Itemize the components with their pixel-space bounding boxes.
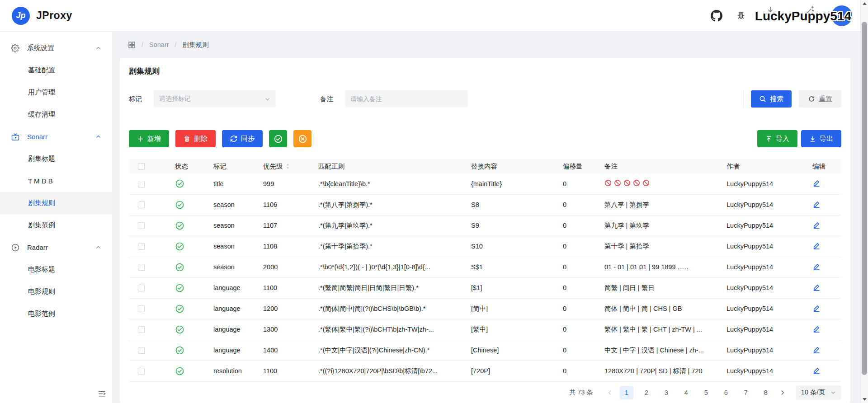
author-cell: LuckyPuppy514 — [721, 298, 807, 319]
row-checkbox[interactable] — [138, 181, 145, 187]
edit-icon[interactable] — [812, 179, 821, 187]
breadcrumb: / Sonarr / 剧集规则 — [113, 32, 860, 58]
next-page-icon[interactable] — [776, 389, 789, 396]
page-button-2[interactable]: 2 — [640, 386, 653, 399]
priority-cell: 999 — [258, 173, 313, 194]
toolbar: 新增 删除 同步 — [129, 130, 841, 147]
edit-icon[interactable] — [812, 346, 821, 354]
page-button-6[interactable]: 6 — [719, 386, 733, 399]
app-title: JProxy — [36, 9, 72, 22]
edit-icon[interactable] — [812, 304, 821, 312]
export-button[interactable]: 导出 — [801, 130, 841, 147]
github-icon[interactable] — [711, 10, 722, 22]
breadcrumb-item-sonarr[interactable]: Sonarr — [149, 41, 169, 48]
remark-input[interactable] — [345, 90, 468, 108]
sidebar-item-user-management[interactable]: 用户管理 — [0, 81, 112, 103]
header-remark: 备注 — [599, 159, 721, 173]
search-button[interactable]: 搜索 — [751, 90, 792, 108]
add-button[interactable]: 新增 — [129, 130, 169, 147]
row-checkbox[interactable] — [138, 368, 145, 375]
tag-cell: title — [208, 173, 258, 194]
browser-scrollbar[interactable] — [860, 0, 868, 403]
row-checkbox[interactable] — [138, 305, 145, 312]
page-button-4[interactable]: 4 — [679, 386, 693, 399]
select-all-checkbox[interactable] — [138, 163, 145, 170]
row-checkbox[interactable] — [138, 326, 145, 333]
enable-all-button[interactable] — [269, 130, 287, 147]
edit-icon[interactable] — [812, 283, 821, 291]
author-cell: LuckyPuppy514 — [721, 319, 807, 340]
page-button-1[interactable]: 1 — [620, 386, 633, 399]
page-button-8[interactable]: 8 — [759, 386, 773, 399]
replacement-cell: [简中] — [466, 298, 557, 319]
replacement-cell: [720P] — [466, 361, 557, 381]
sidebar-item-radarr[interactable]: Radarr — [0, 236, 112, 258]
row-checkbox[interactable] — [138, 202, 145, 208]
regex-cell: .*((?i)1280X720|720P|\bSD\b|标清|\b72... — [313, 361, 466, 381]
row-checkbox[interactable] — [138, 347, 145, 354]
edit-icon[interactable] — [812, 262, 821, 271]
play-circle-icon — [11, 243, 20, 252]
row-checkbox[interactable] — [138, 243, 145, 250]
table-header-row: 状态 标记 优先级 匹配正则 替换内容 偏移量 备注 作者 编辑 — [129, 159, 841, 173]
priority-cell: 1400 — [258, 340, 313, 361]
table-row: language1400.*(中文|中字|汉语|(?i)Chinese|zh-C… — [129, 340, 841, 361]
scrollbar-thumb[interactable] — [862, 22, 867, 375]
row-checkbox[interactable] — [138, 222, 145, 229]
tag-select-placeholder: 请选择标记 — [159, 95, 191, 103]
user-menu[interactable]: LuckyPuppy514 — [760, 0, 852, 31]
filter-row: 标记 请选择标记 备注 搜索 — [129, 90, 841, 108]
regex-cell: .*(繁简|简繁|简日|日简|繁日|日繁).* — [313, 277, 466, 298]
page-title: 剧集规则 — [129, 66, 841, 77]
pagination: 共 73 条 12345678 10 条/页 — [129, 385, 841, 400]
edit-icon[interactable] — [812, 242, 821, 250]
priority-sort-control[interactable] — [286, 163, 290, 169]
bug-icon[interactable] — [736, 11, 746, 21]
page-size-select[interactable]: 10 条/页 — [796, 385, 841, 400]
sidebar-item-movie-rules[interactable]: 电影规则 — [0, 281, 112, 303]
sidebar-item-basic-config[interactable]: 基础配置 — [0, 59, 112, 81]
sidebar-item-movie-title[interactable]: 电影标题 — [0, 258, 112, 281]
scroll-up-icon[interactable] — [861, 0, 868, 7]
filter-actions: 搜索 重置 — [743, 90, 841, 108]
content: / Sonarr / 剧集规则 剧集规则 标记 请选择标记 备注 — [113, 32, 860, 403]
sidebar-item-sonarr[interactable]: Sonarr — [0, 126, 112, 148]
import-button[interactable]: 导入 — [757, 130, 797, 147]
page-button-3[interactable]: 3 — [660, 386, 673, 399]
page-button-5[interactable]: 5 — [699, 386, 713, 399]
edit-icon[interactable] — [812, 325, 821, 333]
row-checkbox[interactable] — [138, 285, 145, 291]
edit-icon[interactable] — [812, 200, 821, 208]
row-checkbox[interactable] — [138, 264, 145, 271]
sidebar-item-system-settings[interactable]: 系统设置 — [0, 37, 112, 59]
offset-cell: 0 — [557, 298, 599, 319]
prev-page-icon[interactable] — [603, 389, 617, 396]
sidebar-item-series-examples[interactable]: 剧集范例 — [0, 214, 112, 236]
edit-icon[interactable] — [812, 366, 821, 375]
upload-icon — [765, 136, 772, 142]
edit-icon[interactable] — [812, 221, 821, 229]
disable-all-button[interactable] — [293, 130, 311, 147]
refresh-icon — [808, 95, 815, 103]
offset-cell: 0 — [557, 319, 599, 340]
sidebar-item-series-rules[interactable]: 剧集规则 — [0, 192, 112, 214]
reset-button[interactable]: 重置 — [799, 90, 841, 108]
author-cell: LuckyPuppy514 — [721, 277, 807, 298]
chevron-up-icon — [95, 244, 101, 250]
sidebar-item-series-title[interactable]: 剧集标题 — [0, 148, 112, 170]
tag-select[interactable]: 请选择标记 — [154, 90, 276, 108]
status-enabled-icon — [175, 242, 184, 251]
sidebar-item-movie-examples[interactable]: 电影范例 — [0, 303, 112, 325]
sidebar-fold-icon[interactable] — [98, 390, 106, 398]
username[interactable]: LuckyPuppy514 — [755, 9, 851, 23]
breadcrumb-separator: / — [175, 41, 177, 48]
table-row: resolution1100.*((?i)1280X720|720P|\bSD\… — [129, 361, 841, 381]
sidebar-item-tmdb[interactable]: T M D B — [0, 170, 112, 192]
page-button-7[interactable]: 7 — [739, 386, 753, 399]
sync-button[interactable]: 同步 — [222, 130, 263, 147]
delete-button[interactable]: 删除 — [175, 130, 216, 147]
sidebar-item-cache-clean[interactable]: 缓存清理 — [0, 103, 112, 126]
scroll-down-icon[interactable] — [861, 396, 868, 403]
replacement-cell: {mainTitle} — [466, 173, 557, 194]
grid-icon[interactable] — [128, 41, 136, 49]
